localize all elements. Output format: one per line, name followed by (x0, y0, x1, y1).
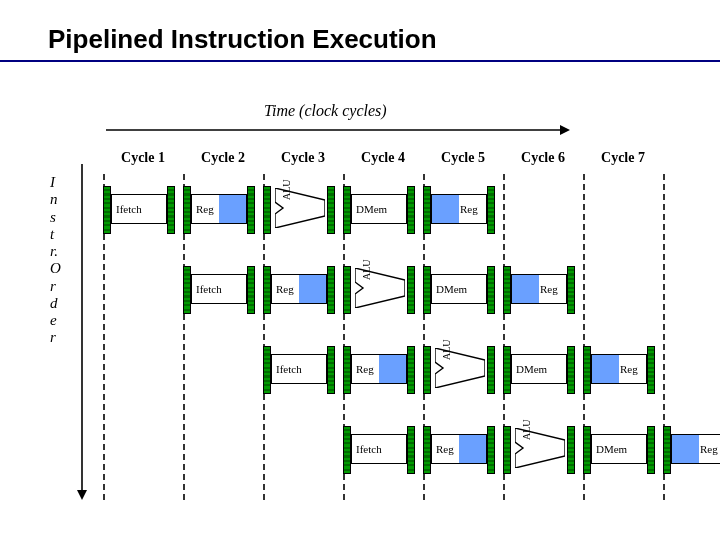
pipeline-latch (407, 426, 415, 474)
stage-reg-read: Reg (343, 344, 423, 388)
svg-marker-3 (77, 490, 87, 500)
stage-box: Ifetch (191, 274, 247, 304)
stage-alu: ALU (503, 424, 583, 468)
cycle-headers: Cycle 1Cycle 2Cycle 3Cycle 4Cycle 5Cycle… (103, 150, 663, 166)
pipeline-grid: Ifetch Reg ALU DMem Reg (103, 174, 663, 500)
pipeline-latch (583, 346, 591, 394)
pipeline-latch (407, 266, 415, 314)
stage-reg-read: Reg (263, 264, 343, 308)
pipeline-latch (647, 426, 655, 474)
stage-alu: ALU (343, 264, 423, 308)
pipeline-latch (343, 346, 351, 394)
stage-box: Reg (431, 194, 487, 224)
stage-box: Reg (511, 274, 567, 304)
cycle-header: Cycle 3 (263, 150, 343, 166)
instr-order-arrow (76, 164, 88, 500)
pipeline-latch (343, 426, 351, 474)
pipeline-latch (567, 266, 575, 314)
pipeline-latch (167, 186, 175, 234)
page-title: Pipelined Instruction Execution (48, 24, 437, 55)
stage-reg-read: Reg (423, 424, 503, 468)
stage-dmem: DMem (503, 344, 583, 388)
pipeline-latch (263, 346, 271, 394)
cycle-header: Cycle 5 (423, 150, 503, 166)
pipeline-latch (423, 266, 431, 314)
pipeline-latch (423, 426, 431, 474)
cycle-header: Cycle 6 (503, 150, 583, 166)
instruction-row: Ifetch Reg ALU DMem Reg (263, 338, 663, 394)
stage-box: Reg (671, 434, 720, 464)
stage-reg-read: Reg (183, 184, 263, 228)
stage-alu: ALU (423, 344, 503, 388)
stage-dmem: DMem (343, 184, 423, 228)
stage-box: Reg (351, 354, 407, 384)
title-underline (0, 60, 720, 62)
pipeline-latch (487, 426, 495, 474)
stage-reg-write: Reg (583, 344, 663, 388)
pipeline-latch (247, 186, 255, 234)
stage-box: Ifetch (111, 194, 167, 224)
pipeline-latch (327, 186, 335, 234)
pipeline-latch (583, 426, 591, 474)
pipeline-latch (423, 346, 431, 394)
pipeline-latch (487, 346, 495, 394)
stage-dmem: DMem (423, 264, 503, 308)
pipeline-latch (263, 266, 271, 314)
alu-label: ALU (441, 339, 452, 360)
slide: Pipelined Instruction Execution Time (cl… (0, 0, 720, 540)
stage-box: Reg (271, 274, 327, 304)
cycle-header: Cycle 4 (343, 150, 423, 166)
pipeline-latch (327, 346, 335, 394)
stage-box: Reg (191, 194, 247, 224)
stage-ifetch: Ifetch (183, 264, 263, 308)
pipeline-latch (567, 426, 575, 474)
pipeline-latch (503, 346, 511, 394)
stage-dmem: DMem (583, 424, 663, 468)
pipeline-latch (263, 186, 271, 234)
pipeline-latch (487, 266, 495, 314)
stage-box: DMem (511, 354, 567, 384)
time-axis-label: Time (clock cycles) (264, 102, 387, 120)
alu-label: ALU (361, 259, 372, 280)
instruction-row: Ifetch Reg ALU DMem Reg (343, 418, 720, 474)
svg-marker-1 (560, 125, 570, 135)
stage-box: Ifetch (271, 354, 327, 384)
instruction-row: Ifetch Reg ALU DMem Reg (103, 178, 503, 234)
stage-box: DMem (431, 274, 487, 304)
pipeline-latch (343, 186, 351, 234)
stage-box: Reg (591, 354, 647, 384)
cycle-header: Cycle 7 (583, 150, 663, 166)
stage-box: DMem (591, 434, 647, 464)
pipeline-latch (407, 346, 415, 394)
stage-reg-write: Reg (503, 264, 583, 308)
pipeline-latch (327, 266, 335, 314)
stage-box: DMem (351, 194, 407, 224)
time-axis-arrow (106, 124, 570, 136)
stage-alu: ALU (263, 184, 343, 228)
pipeline-latch (407, 186, 415, 234)
stage-ifetch: Ifetch (263, 344, 343, 388)
stage-ifetch: Ifetch (103, 184, 183, 228)
stage-reg-write: Reg (423, 184, 503, 228)
pipeline-latch (423, 186, 431, 234)
pipeline-latch (663, 426, 671, 474)
stage-reg-write: Reg (663, 424, 720, 468)
cycle-header: Cycle 1 (103, 150, 183, 166)
instruction-row: Ifetch Reg ALU DMem Reg (183, 258, 583, 314)
pipeline-latch (103, 186, 111, 234)
pipeline-latch (183, 266, 191, 314)
pipeline-latch (503, 266, 511, 314)
pipeline-latch (343, 266, 351, 314)
stage-box: Reg (431, 434, 487, 464)
pipeline-latch (567, 346, 575, 394)
pipeline-latch (247, 266, 255, 314)
instr-order-label: I n s t r. O r d e r (50, 174, 61, 347)
pipeline-latch (503, 426, 511, 474)
pipeline-latch (647, 346, 655, 394)
stage-box: Ifetch (351, 434, 407, 464)
pipeline-latch (183, 186, 191, 234)
stage-ifetch: Ifetch (343, 424, 423, 468)
alu-label: ALU (521, 419, 532, 440)
cycle-header: Cycle 2 (183, 150, 263, 166)
alu-label: ALU (281, 179, 292, 200)
